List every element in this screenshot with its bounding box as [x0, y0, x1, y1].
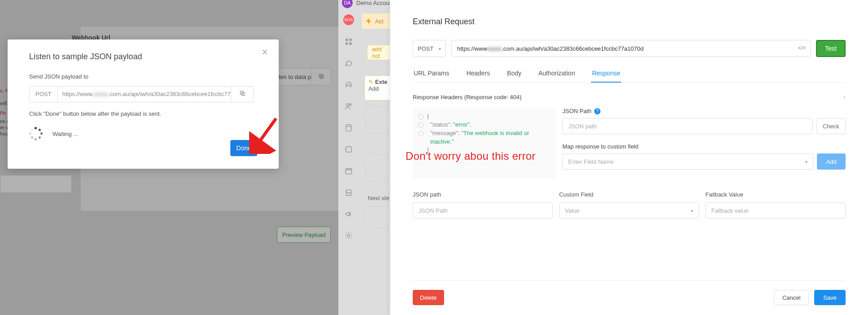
tab-headers[interactable]: Headers — [466, 70, 491, 82]
json-path-label-text: JSON Path — [562, 108, 592, 114]
col-custom-field: Custom Field — [559, 191, 700, 198]
sms-circle-icon[interactable]: SMS — [343, 14, 354, 25]
row-fb-ph: Fallback value — [711, 207, 748, 214]
edit-icon: ✎ — [368, 79, 373, 85]
code-icon[interactable]: </> — [798, 45, 806, 51]
grid-icon[interactable] — [344, 37, 354, 47]
tab-authorization[interactable]: Authorization — [537, 70, 576, 82]
svg-rect-15 — [345, 169, 352, 174]
json-line-radio[interactable] — [418, 114, 423, 119]
copy-icon[interactable] — [231, 86, 254, 102]
mapping-headers: JSON path Custom Field Fallback Value — [413, 191, 846, 198]
row-fb-input[interactable]: Fallback value — [705, 202, 846, 219]
chat-icon[interactable] — [344, 58, 354, 68]
headset-icon[interactable] — [344, 80, 354, 90]
svg-rect-10 — [349, 43, 351, 45]
drawer-title: External Request — [413, 17, 846, 26]
svg-point-13 — [346, 125, 351, 127]
method-select[interactable]: POST ▾ — [413, 40, 446, 57]
response-headers-row[interactable]: Response Headers (Response code: 404) › — [413, 93, 846, 101]
click-done-instruction: Click "Done" button below after the payl… — [29, 110, 257, 117]
add-button[interactable]: Add — [817, 153, 846, 170]
svg-rect-14 — [346, 147, 351, 152]
url-prefix: https://www — [457, 45, 487, 52]
waiting-indicator: Waiting ... — [29, 127, 257, 140]
drawer-footer: Delete Cancel Save — [413, 280, 846, 305]
col-fallback: Fallback Value — [705, 191, 846, 198]
breadcrumb-account[interactable]: Demo Account — [356, 0, 394, 6]
tab-response[interactable]: Response — [591, 70, 621, 82]
delete-button[interactable]: Delete — [413, 290, 444, 305]
method-value: POST — [418, 45, 433, 52]
actions-button[interactable]: Act — [362, 13, 393, 29]
json-path-placeholder: JSON path — [568, 123, 597, 130]
calendar-icon[interactable] — [344, 166, 354, 176]
custom-field-select[interactable]: Enter Field Name ▾ — [562, 153, 813, 170]
plugin-icon[interactable] — [344, 144, 354, 154]
svg-point-12 — [349, 104, 351, 106]
gear-icon[interactable] — [344, 231, 354, 241]
left-rail: SMS — [338, 8, 358, 313]
users-icon[interactable] — [344, 101, 354, 111]
ext-title: Exte — [375, 79, 387, 85]
row-json-ph: JSON Path — [419, 207, 448, 214]
chevron-down-icon: ▾ — [691, 208, 693, 213]
request-row: POST ▾ https://wwwxxxxx.com.au/api/iwh/a… — [413, 40, 846, 57]
method-badge: POST — [29, 86, 57, 102]
svg-point-11 — [346, 104, 349, 106]
spinner-icon — [29, 127, 43, 140]
chevron-down-icon: ▾ — [439, 46, 441, 51]
close-icon[interactable] — [260, 48, 270, 58]
json-response-viewer: { "status": "error", "message": "The web… — [413, 108, 556, 179]
svg-point-16 — [347, 235, 350, 237]
json-line-radio[interactable] — [418, 131, 423, 136]
url-input[interactable]: https://wwwxxxxx.com.au/api/iwh/a30ac238… — [451, 40, 811, 57]
ext-sub: Add — [368, 85, 379, 92]
chevron-right-icon: › — [843, 93, 846, 101]
mapping-column: JSON Path ? JSON path Check Map response… — [562, 108, 846, 179]
save-button[interactable]: Save — [814, 290, 846, 305]
test-button[interactable]: Test — [816, 40, 846, 57]
database-icon[interactable] — [344, 123, 354, 133]
svg-rect-7 — [345, 39, 348, 41]
url-rest: .com.au/api/iwh/a30ac2383c66cebcee1fccbc… — [502, 45, 644, 52]
svg-rect-9 — [345, 43, 348, 45]
svg-rect-8 — [349, 39, 351, 41]
col-json-path: JSON path — [413, 191, 553, 198]
store-icon[interactable] — [344, 188, 354, 197]
tabs: URL Params Headers Body Authorization Re… — [413, 70, 846, 83]
next-step-label: Next ste — [368, 195, 389, 201]
chevron-down-icon: ▾ — [805, 159, 808, 164]
url-domain-blurred: xxxxx — [94, 91, 108, 97]
url-domain-blurred: xxxxx — [487, 45, 502, 52]
url-display-row: POST https://www.xxxxx.com.au/api/iwh/a3… — [29, 86, 257, 102]
row-cf-select[interactable]: Value ▾ — [559, 202, 700, 219]
json-line-radio[interactable] — [418, 122, 423, 128]
tab-url-params[interactable]: URL Params — [413, 70, 450, 82]
account-avatar[interactable]: DA — [342, 0, 353, 8]
map-response-label: Map response to custom field — [562, 143, 846, 150]
json-path-input[interactable]: JSON path — [562, 118, 813, 134]
row-json-input[interactable]: JSON Path — [413, 202, 553, 219]
external-request-drawer: External Request POST ▾ https://wwwxxxxx… — [390, 0, 868, 315]
waiting-text: Waiting ... — [52, 131, 78, 137]
check-button[interactable]: Check — [816, 118, 846, 134]
actions-label: Act — [375, 18, 384, 25]
json-path-label: JSON Path ? — [562, 108, 846, 114]
url-prefix: https://www. — [62, 91, 94, 97]
sample-payload-modal: Listen to sample JSON payload Send JSON … — [8, 39, 279, 169]
modal-title: Listen to sample JSON payload — [29, 52, 257, 61]
response-body-area: { "status": "error", "message": "The web… — [413, 108, 846, 179]
url-rest: .com.au/api/iwh/a30ac2383c66cebcee1fccbc… — [108, 91, 231, 97]
help-icon[interactable]: ? — [594, 108, 600, 114]
row-cf-ph: Value — [565, 207, 579, 214]
done-button[interactable]: Done — [230, 140, 257, 156]
webhook-url-display[interactable]: https://www.xxxxx.com.au/api/iwh/a30ac23… — [57, 86, 231, 102]
custom-field-placeholder: Enter Field Name — [568, 158, 613, 165]
cancel-button[interactable]: Cancel — [774, 290, 809, 305]
response-headers-label: Response Headers (Response code: 404) — [413, 94, 522, 101]
megaphone-icon[interactable] — [344, 209, 354, 219]
send-payload-label: Send JSON payload to — [29, 73, 257, 80]
tab-body[interactable]: Body — [506, 70, 523, 82]
mapping-row: JSON Path Value ▾ Fallback value — [413, 202, 846, 219]
